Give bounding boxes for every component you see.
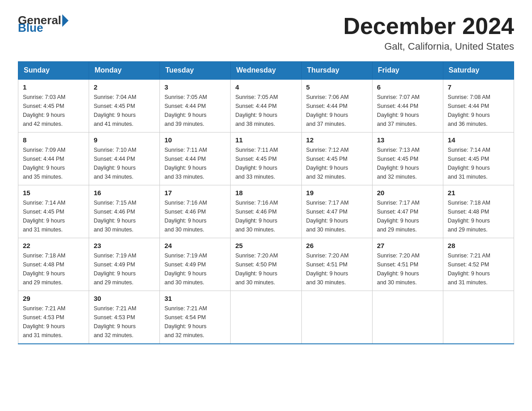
day-number: 14: [448, 136, 509, 144]
month-title: December 2024: [343, 13, 514, 39]
calendar-cell: 25 Sunrise: 7:20 AM Sunset: 4:50 PM Dayl…: [231, 238, 301, 291]
days-header-row: SundayMondayTuesdayWednesdayThursdayFrid…: [18, 62, 514, 80]
day-number: 8: [23, 136, 84, 144]
day-number: 20: [377, 189, 438, 197]
calendar-cell: 9 Sunrise: 7:10 AM Sunset: 4:44 PM Dayli…: [89, 133, 160, 185]
calendar-table: SundayMondayTuesdayWednesdayThursdayFrid…: [18, 61, 514, 344]
day-number: 26: [306, 242, 368, 249]
day-number: 13: [377, 136, 438, 144]
day-number: 18: [235, 189, 296, 197]
day-number: 2: [94, 83, 155, 91]
calendar-cell: 17 Sunrise: 7:16 AM Sunset: 4:46 PM Dayl…: [160, 185, 231, 238]
calendar-cell: 30 Sunrise: 7:21 AM Sunset: 4:53 PM Dayl…: [89, 291, 160, 344]
calendar-cell: 12 Sunrise: 7:12 AM Sunset: 4:45 PM Dayl…: [301, 133, 372, 185]
day-info: Sunrise: 7:10 AM Sunset: 4:44 PM Dayligh…: [94, 146, 155, 181]
day-number: 19: [306, 189, 368, 197]
day-info: Sunrise: 7:18 AM Sunset: 4:48 PM Dayligh…: [448, 198, 509, 234]
day-info: Sunrise: 7:20 AM Sunset: 4:50 PM Dayligh…: [235, 251, 296, 287]
day-number: 12: [306, 136, 368, 144]
calendar-cell: [372, 291, 443, 344]
day-number: 7: [448, 83, 509, 91]
day-info: Sunrise: 7:09 AM Sunset: 4:44 PM Dayligh…: [23, 146, 84, 181]
calendar-cell: 23 Sunrise: 7:19 AM Sunset: 4:49 PM Dayl…: [89, 238, 160, 291]
day-number: 29: [23, 295, 84, 302]
calendar-cell: 31 Sunrise: 7:21 AM Sunset: 4:54 PM Dayl…: [160, 291, 231, 344]
calendar-cell: 6 Sunrise: 7:07 AM Sunset: 4:44 PM Dayli…: [372, 79, 443, 133]
day-info: Sunrise: 7:21 AM Sunset: 4:54 PM Dayligh…: [164, 304, 226, 340]
day-number: 4: [235, 83, 296, 91]
calendar-cell: 7 Sunrise: 7:08 AM Sunset: 4:44 PM Dayli…: [443, 79, 514, 133]
day-number: 27: [377, 242, 438, 249]
calendar-cell: 8 Sunrise: 7:09 AM Sunset: 4:44 PM Dayli…: [18, 133, 89, 185]
day-info: Sunrise: 7:21 AM Sunset: 4:52 PM Dayligh…: [448, 251, 509, 287]
header-saturday: Saturday: [443, 62, 514, 80]
day-info: Sunrise: 7:07 AM Sunset: 4:44 PM Dayligh…: [377, 93, 438, 128]
calendar-cell: 26 Sunrise: 7:20 AM Sunset: 4:51 PM Dayl…: [301, 238, 372, 291]
day-info: Sunrise: 7:13 AM Sunset: 4:45 PM Dayligh…: [377, 146, 438, 181]
day-info: Sunrise: 7:21 AM Sunset: 4:53 PM Dayligh…: [23, 304, 84, 340]
location-text: Galt, California, United States: [343, 41, 514, 52]
calendar-cell: 22 Sunrise: 7:18 AM Sunset: 4:48 PM Dayl…: [18, 238, 89, 291]
logo-blue-text: Blue: [18, 21, 43, 35]
calendar-cell: 19 Sunrise: 7:17 AM Sunset: 4:47 PM Dayl…: [301, 185, 372, 238]
day-info: Sunrise: 7:04 AM Sunset: 4:45 PM Dayligh…: [94, 93, 155, 128]
calendar-cell: 3 Sunrise: 7:05 AM Sunset: 4:44 PM Dayli…: [160, 79, 231, 133]
day-info: Sunrise: 7:20 AM Sunset: 4:51 PM Dayligh…: [377, 251, 438, 287]
day-info: Sunrise: 7:17 AM Sunset: 4:47 PM Dayligh…: [377, 198, 438, 234]
title-section: December 2024 Galt, California, United S…: [343, 13, 514, 52]
day-info: Sunrise: 7:12 AM Sunset: 4:45 PM Dayligh…: [306, 146, 368, 181]
day-number: 11: [235, 136, 296, 144]
week-row-2: 8 Sunrise: 7:09 AM Sunset: 4:44 PM Dayli…: [18, 133, 514, 185]
calendar-cell: 16 Sunrise: 7:15 AM Sunset: 4:46 PM Dayl…: [89, 185, 160, 238]
day-info: Sunrise: 7:15 AM Sunset: 4:46 PM Dayligh…: [94, 198, 155, 234]
week-row-1: 1 Sunrise: 7:03 AM Sunset: 4:45 PM Dayli…: [18, 79, 514, 133]
week-row-5: 29 Sunrise: 7:21 AM Sunset: 4:53 PM Dayl…: [18, 291, 514, 344]
header-thursday: Thursday: [301, 62, 372, 80]
day-info: Sunrise: 7:03 AM Sunset: 4:45 PM Dayligh…: [23, 93, 84, 128]
day-info: Sunrise: 7:06 AM Sunset: 4:44 PM Dayligh…: [306, 93, 368, 128]
header-wednesday: Wednesday: [231, 62, 301, 80]
day-number: 30: [94, 295, 155, 302]
day-number: 31: [164, 295, 226, 302]
calendar-cell: 15 Sunrise: 7:14 AM Sunset: 4:45 PM Dayl…: [18, 185, 89, 238]
day-info: Sunrise: 7:17 AM Sunset: 4:47 PM Dayligh…: [306, 198, 368, 234]
calendar-cell: 13 Sunrise: 7:13 AM Sunset: 4:45 PM Dayl…: [372, 133, 443, 185]
day-number: 6: [377, 83, 438, 91]
calendar-cell: 2 Sunrise: 7:04 AM Sunset: 4:45 PM Dayli…: [89, 79, 160, 133]
header-friday: Friday: [372, 62, 443, 80]
calendar-cell: [301, 291, 372, 344]
week-row-4: 22 Sunrise: 7:18 AM Sunset: 4:48 PM Dayl…: [18, 238, 514, 291]
day-info: Sunrise: 7:19 AM Sunset: 4:49 PM Dayligh…: [164, 251, 226, 287]
day-number: 9: [94, 136, 155, 144]
calendar-cell: 29 Sunrise: 7:21 AM Sunset: 4:53 PM Dayl…: [18, 291, 89, 344]
day-info: Sunrise: 7:20 AM Sunset: 4:51 PM Dayligh…: [306, 251, 368, 287]
day-info: Sunrise: 7:16 AM Sunset: 4:46 PM Dayligh…: [164, 198, 226, 234]
day-info: Sunrise: 7:18 AM Sunset: 4:48 PM Dayligh…: [23, 251, 84, 287]
calendar-cell: 18 Sunrise: 7:16 AM Sunset: 4:46 PM Dayl…: [231, 185, 301, 238]
calendar-cell: [231, 291, 301, 344]
day-info: Sunrise: 7:11 AM Sunset: 4:45 PM Dayligh…: [235, 146, 296, 181]
day-info: Sunrise: 7:14 AM Sunset: 4:45 PM Dayligh…: [448, 146, 509, 181]
day-info: Sunrise: 7:14 AM Sunset: 4:45 PM Dayligh…: [23, 198, 84, 234]
day-number: 25: [235, 242, 296, 249]
day-info: Sunrise: 7:05 AM Sunset: 4:44 PM Dayligh…: [164, 93, 226, 128]
day-info: Sunrise: 7:21 AM Sunset: 4:53 PM Dayligh…: [94, 304, 155, 340]
day-info: Sunrise: 7:19 AM Sunset: 4:49 PM Dayligh…: [94, 251, 155, 287]
day-number: 21: [448, 189, 509, 197]
day-number: 3: [164, 83, 226, 91]
calendar-cell: 14 Sunrise: 7:14 AM Sunset: 4:45 PM Dayl…: [443, 133, 514, 185]
day-info: Sunrise: 7:05 AM Sunset: 4:44 PM Dayligh…: [235, 93, 296, 128]
day-number: 24: [164, 242, 226, 249]
calendar-cell: 20 Sunrise: 7:17 AM Sunset: 4:47 PM Dayl…: [372, 185, 443, 238]
day-number: 28: [448, 242, 509, 249]
calendar-cell: 10 Sunrise: 7:11 AM Sunset: 4:44 PM Dayl…: [160, 133, 231, 185]
logo: General Blue: [18, 13, 69, 35]
calendar-cell: 4 Sunrise: 7:05 AM Sunset: 4:44 PM Dayli…: [231, 79, 301, 133]
header-sunday: Sunday: [18, 62, 89, 80]
day-info: Sunrise: 7:11 AM Sunset: 4:44 PM Dayligh…: [164, 146, 226, 181]
logo-triangle-icon: [62, 14, 69, 27]
day-number: 5: [306, 83, 368, 91]
calendar-cell: 24 Sunrise: 7:19 AM Sunset: 4:49 PM Dayl…: [160, 238, 231, 291]
calendar-cell: 21 Sunrise: 7:18 AM Sunset: 4:48 PM Dayl…: [443, 185, 514, 238]
calendar-cell: 11 Sunrise: 7:11 AM Sunset: 4:45 PM Dayl…: [231, 133, 301, 185]
